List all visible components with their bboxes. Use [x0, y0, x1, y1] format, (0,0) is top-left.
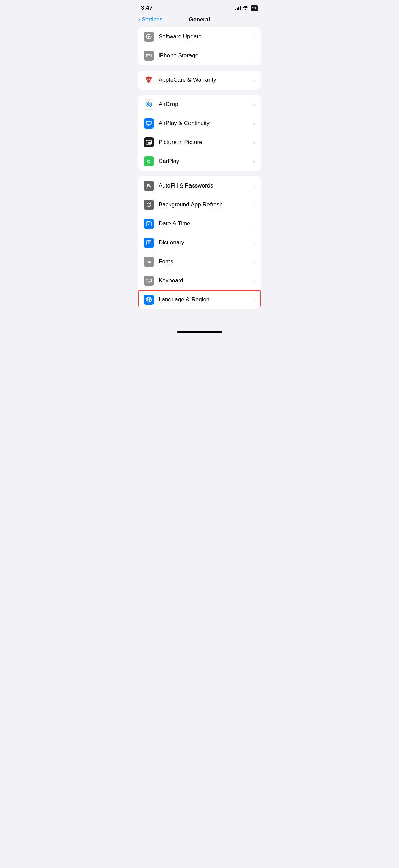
carplay-icon: C [144, 156, 154, 166]
svg-rect-17 [148, 142, 151, 144]
svg-text:C: C [147, 159, 151, 164]
autofill-icon [144, 181, 154, 191]
bg-refresh-icon [144, 200, 154, 210]
autofill-chevron-icon: › [254, 183, 255, 189]
section-applecare: Apple AppleCare & Warranty › [138, 71, 261, 90]
keyboard-icon [144, 276, 154, 286]
fonts-row[interactable]: Aa Fonts › [138, 252, 261, 271]
status-time: 3:47 [141, 5, 153, 12]
dictionary-icon [144, 238, 154, 248]
carplay-row[interactable]: C CarPlay › [138, 152, 261, 171]
svg-rect-33 [146, 279, 152, 282]
bg-refresh-chevron-icon: › [254, 202, 255, 208]
keyboard-chevron-icon: › [254, 278, 255, 284]
home-bar [177, 331, 222, 333]
dictionary-chevron-icon: › [254, 240, 255, 246]
svg-point-26 [148, 224, 149, 225]
status-bar: 3:47 91 [133, 0, 266, 14]
nav-header: ‹ Settings General [133, 14, 266, 27]
page-title: General [189, 16, 210, 23]
autofill-row[interactable]: AutoFill & Passwords › [138, 176, 261, 195]
svg-point-12 [148, 104, 149, 105]
section-updates: Software Update › iPhone Storage › [138, 27, 261, 65]
autofill-label: AutoFill & Passwords [159, 182, 251, 189]
settings-content: Software Update › iPhone Storage › Apple [133, 27, 266, 328]
dictionary-label: Dictionary [159, 239, 251, 246]
carplay-chevron-icon: › [254, 159, 255, 164]
section-connectivity: AirDrop › AirPlay & Continuity › Pi [138, 95, 261, 171]
pip-chevron-icon: › [254, 140, 255, 145]
language-region-chevron-icon: › [254, 297, 255, 303]
keyboard-row[interactable]: Keyboard › [138, 271, 261, 290]
back-chevron-icon: ‹ [138, 17, 140, 23]
status-icons: 91 [235, 5, 258, 11]
language-region-icon [144, 295, 154, 305]
applecare-chevron-icon: › [254, 77, 255, 83]
iphone-storage-row[interactable]: iPhone Storage › [138, 46, 261, 65]
language-region-label: Language & Region [159, 296, 251, 303]
applecare-label: AppleCare & Warranty [159, 77, 251, 83]
svg-text:Apple: Apple [145, 78, 152, 82]
dictionary-row[interactable]: Dictionary › [138, 233, 261, 252]
pip-label: Picture in Picture [159, 139, 251, 146]
carplay-label: CarPlay [159, 158, 251, 165]
signal-bars-icon [235, 6, 241, 10]
svg-rect-20 [148, 185, 149, 186]
airdrop-row[interactable]: AirDrop › [138, 95, 261, 114]
date-time-row[interactable]: Date & Time › [138, 214, 261, 233]
battery-icon: 91 [251, 5, 258, 11]
fonts-icon: Aa [144, 257, 154, 267]
applecare-icon: Apple [144, 75, 154, 85]
iphone-storage-label: iPhone Storage [159, 52, 251, 59]
home-indicator [133, 328, 266, 338]
software-update-icon [144, 32, 154, 42]
back-label: Settings [142, 16, 162, 23]
pip-icon [144, 137, 154, 147]
back-button[interactable]: ‹ Settings [138, 16, 162, 23]
fonts-label: Fonts [159, 258, 251, 265]
software-update-chevron-icon: › [254, 34, 255, 40]
fonts-chevron-icon: › [254, 259, 255, 265]
date-time-label: Date & Time [159, 220, 251, 227]
airplay-label: AirPlay & Continuity [159, 120, 251, 127]
airdrop-icon [144, 99, 154, 110]
airplay-icon [144, 118, 154, 129]
svg-point-1 [148, 36, 150, 38]
iphone-storage-chevron-icon: › [254, 53, 255, 59]
iphone-storage-icon [144, 51, 154, 61]
airplay-row[interactable]: AirPlay & Continuity › [138, 114, 261, 133]
airplay-chevron-icon: › [254, 121, 255, 126]
software-update-label: Software Update [159, 33, 251, 40]
date-time-icon [144, 219, 154, 229]
pip-row[interactable]: Picture in Picture › [138, 133, 261, 152]
language-region-row[interactable]: Language & Region › [138, 290, 261, 309]
airdrop-label: AirDrop [159, 101, 251, 108]
svg-point-21 [148, 184, 149, 185]
airdrop-chevron-icon: › [254, 102, 255, 107]
bg-refresh-label: Background App Refresh [159, 201, 251, 208]
software-update-row[interactable]: Software Update › [138, 27, 261, 46]
bg-refresh-row[interactable]: Background App Refresh › [138, 195, 261, 214]
section-system: AutoFill & Passwords › Background App Re… [138, 176, 261, 309]
svg-rect-6 [146, 54, 151, 57]
date-time-chevron-icon: › [254, 221, 255, 227]
keyboard-label: Keyboard [159, 277, 251, 284]
svg-text:Aa: Aa [147, 260, 151, 264]
wifi-icon [243, 5, 248, 11]
applecare-row[interactable]: Apple AppleCare & Warranty › [138, 71, 261, 90]
